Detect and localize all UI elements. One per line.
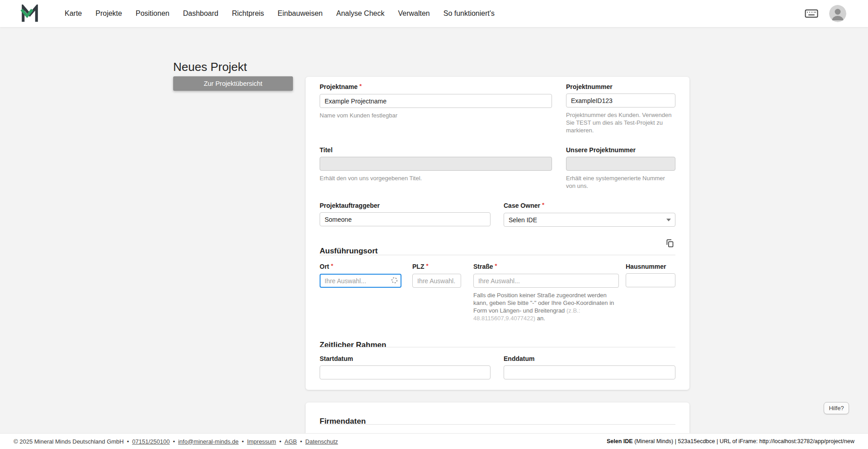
field-case-owner: Case Owner* Selen IDE bbox=[504, 202, 675, 227]
footer-link-impressum[interactable]: Impressum bbox=[247, 438, 276, 445]
section-firmendaten: Firmendaten bbox=[320, 417, 366, 426]
divider bbox=[320, 424, 675, 425]
projektname-label: Projektname bbox=[320, 83, 358, 90]
top-nav: Karte Projekte Positionen Dashboard Rich… bbox=[0, 0, 868, 27]
ort-input[interactable] bbox=[320, 274, 401, 288]
nav-item-positionen[interactable]: Positionen bbox=[136, 9, 170, 18]
strasse-helper: Falls die Position keiner Straße zugeord… bbox=[473, 291, 619, 322]
required-asterisk: * bbox=[495, 262, 497, 269]
nav-item-analyse-check[interactable]: Analyse Check bbox=[336, 9, 385, 18]
field-unsere-projektnummer: Unsere Projektnummer Erhält eine systemg… bbox=[566, 146, 675, 190]
case-owner-select[interactable]: Selen IDE bbox=[504, 213, 675, 227]
divider bbox=[320, 347, 675, 347]
plz-label: PLZ bbox=[412, 263, 424, 270]
footer-separator: • bbox=[173, 438, 175, 445]
page-title: Neues Projekt bbox=[173, 60, 247, 74]
unsere-projektnummer-helper: Erhält eine systemgenerierte Nummer von … bbox=[566, 174, 675, 190]
loading-spinner-icon bbox=[391, 277, 398, 284]
nav-item-so-funktionierts[interactable]: So funktioniert's bbox=[443, 9, 495, 18]
logo[interactable] bbox=[20, 5, 39, 23]
field-projektname: Projektname* Name vom Kunden festlegbar bbox=[320, 83, 552, 119]
nav-item-verwalten[interactable]: Verwalten bbox=[398, 9, 429, 18]
logo-icon bbox=[20, 5, 39, 23]
projektname-helper: Name vom Kunden festlegbar bbox=[320, 112, 552, 119]
firmendaten-card: Firmendaten bbox=[306, 402, 689, 433]
nav-item-dashboard[interactable]: Dashboard bbox=[183, 9, 218, 18]
help-button[interactable]: Hilfe? bbox=[824, 402, 849, 414]
main-menu: Karte Projekte Positionen Dashboard Rich… bbox=[65, 9, 805, 18]
nav-item-projekte[interactable]: Projekte bbox=[95, 9, 122, 18]
projektauftraggeber-label: Projektauftraggeber bbox=[320, 202, 380, 209]
unsere-projektnummer-label: Unsere Projektnummer bbox=[566, 146, 636, 154]
footer-session-info: Selen IDE (Mineral Minds) | 523a15ecdbce… bbox=[607, 438, 854, 444]
nav-right-group bbox=[805, 5, 846, 22]
footer-session-user: Selen IDE bbox=[607, 438, 633, 444]
required-asterisk: * bbox=[542, 201, 544, 208]
footer-link-email[interactable]: info@mineral-minds.de bbox=[178, 438, 239, 445]
footer-separator: • bbox=[242, 438, 244, 445]
footer-left: © 2025 Mineral Minds Deutschland GmbH • … bbox=[14, 438, 338, 445]
projektnummer-label: Projektnummer bbox=[566, 83, 613, 90]
titel-label: Titel bbox=[320, 146, 333, 154]
unsere-projektnummer-input bbox=[566, 157, 675, 171]
startdatum-input[interactable] bbox=[320, 365, 491, 379]
titel-input bbox=[320, 157, 552, 171]
startdatum-label: Startdatum bbox=[320, 355, 353, 362]
field-ort: Ort* bbox=[320, 263, 401, 288]
plz-input[interactable] bbox=[412, 274, 461, 288]
footer-separator: • bbox=[300, 438, 302, 445]
field-projektauftraggeber: Projektauftraggeber bbox=[320, 202, 491, 226]
field-titel: Titel Erhält den von uns vorgegebenen Ti… bbox=[320, 146, 552, 182]
projektnummer-input[interactable] bbox=[566, 94, 675, 108]
footer-separator: • bbox=[279, 438, 282, 445]
strasse-label: Straße bbox=[473, 263, 493, 270]
field-projektnummer: Projektnummer Projektnummer des Kunden. … bbox=[566, 83, 675, 134]
field-hausnummer: Hausnummer bbox=[626, 263, 675, 287]
case-owner-label: Case Owner bbox=[504, 202, 540, 209]
projektnummer-helper: Projektnummer des Kunden. Verwenden Sie … bbox=[566, 111, 675, 134]
avatar[interactable] bbox=[829, 5, 846, 22]
chevron-down-icon bbox=[666, 219, 671, 221]
required-asterisk: * bbox=[426, 262, 428, 269]
footer-link-phone[interactable]: 07151/250100 bbox=[132, 438, 170, 445]
hausnummer-label: Hausnummer bbox=[626, 263, 666, 270]
field-plz: PLZ* bbox=[412, 263, 461, 288]
nav-item-richtpreis[interactable]: Richtpreis bbox=[232, 9, 264, 18]
footer-separator: • bbox=[127, 438, 129, 445]
hausnummer-input[interactable] bbox=[626, 273, 675, 287]
field-enddatum: Enddatum bbox=[504, 355, 675, 379]
projektauftraggeber-input[interactable] bbox=[320, 212, 491, 226]
keyboard-icon[interactable] bbox=[805, 9, 818, 19]
ort-label: Ort bbox=[320, 263, 329, 270]
required-asterisk: * bbox=[359, 83, 362, 89]
nav-item-einbauweisen[interactable]: Einbauweisen bbox=[278, 9, 323, 18]
nav-item-karte[interactable]: Karte bbox=[65, 9, 82, 18]
case-owner-value: Selen IDE bbox=[509, 216, 537, 224]
footer-link-agb[interactable]: AGB bbox=[284, 438, 297, 445]
projektname-input[interactable] bbox=[320, 94, 552, 108]
field-strasse: Straße* Falls die Position keiner Straße… bbox=[473, 263, 619, 322]
user-icon bbox=[829, 5, 846, 22]
footer-session-rest: (Mineral Minds) | 523a15ecdbce | URL of … bbox=[633, 438, 854, 444]
enddatum-input[interactable] bbox=[504, 365, 675, 379]
footer-link-datenschutz[interactable]: Datenschutz bbox=[305, 438, 338, 445]
titel-helper: Erhält den von uns vorgegebenen Titel. bbox=[320, 174, 552, 182]
footer-copyright: © 2025 Mineral Minds Deutschland GmbH bbox=[14, 438, 124, 445]
required-asterisk: * bbox=[331, 262, 333, 269]
project-form-card: Projektname* Name vom Kunden festlegbar … bbox=[306, 77, 689, 390]
footer: © 2025 Mineral Minds Deutschland GmbH • … bbox=[0, 433, 868, 449]
field-startdatum: Startdatum bbox=[320, 355, 491, 379]
section-zeitlicher-rahmen: Zeitlicher Rahmen bbox=[320, 341, 386, 350]
divider bbox=[320, 255, 675, 255]
strasse-input[interactable] bbox=[473, 274, 619, 288]
enddatum-label: Enddatum bbox=[504, 355, 534, 362]
copy-icon[interactable] bbox=[664, 238, 675, 250]
project-overview-button[interactable]: Zur Projektübersicht bbox=[173, 76, 293, 91]
